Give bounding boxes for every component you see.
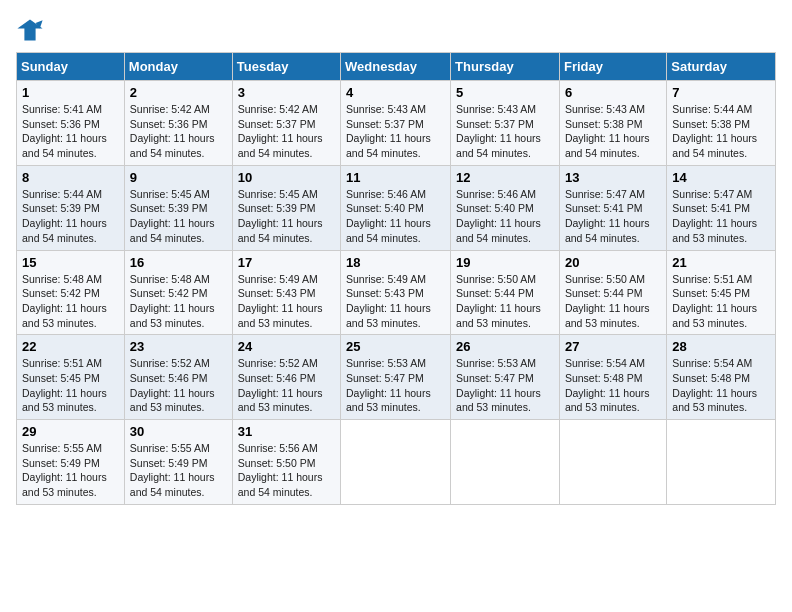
- calendar-cell: 25 Sunrise: 5:53 AM Sunset: 5:47 PM Dayl…: [341, 335, 451, 420]
- calendar-cell: 22 Sunrise: 5:51 AM Sunset: 5:45 PM Dayl…: [17, 335, 125, 420]
- day-info: Sunrise: 5:43 AM Sunset: 5:38 PM Dayligh…: [565, 102, 661, 161]
- day-number: 20: [565, 255, 661, 270]
- calendar-cell: 9 Sunrise: 5:45 AM Sunset: 5:39 PM Dayli…: [124, 165, 232, 250]
- day-number: 26: [456, 339, 554, 354]
- day-number: 14: [672, 170, 770, 185]
- day-info: Sunrise: 5:50 AM Sunset: 5:44 PM Dayligh…: [456, 272, 554, 331]
- calendar-cell: [451, 420, 560, 505]
- calendar-row-week-4: 22 Sunrise: 5:51 AM Sunset: 5:45 PM Dayl…: [17, 335, 776, 420]
- calendar-cell: 21 Sunrise: 5:51 AM Sunset: 5:45 PM Dayl…: [667, 250, 776, 335]
- day-number: 31: [238, 424, 335, 439]
- calendar-cell: 15 Sunrise: 5:48 AM Sunset: 5:42 PM Dayl…: [17, 250, 125, 335]
- calendar-row-week-1: 1 Sunrise: 5:41 AM Sunset: 5:36 PM Dayli…: [17, 81, 776, 166]
- day-info: Sunrise: 5:49 AM Sunset: 5:43 PM Dayligh…: [238, 272, 335, 331]
- calendar-cell: 3 Sunrise: 5:42 AM Sunset: 5:37 PM Dayli…: [232, 81, 340, 166]
- calendar-header-row: SundayMondayTuesdayWednesdayThursdayFrid…: [17, 53, 776, 81]
- calendar-table: SundayMondayTuesdayWednesdayThursdayFrid…: [16, 52, 776, 505]
- calendar-row-week-2: 8 Sunrise: 5:44 AM Sunset: 5:39 PM Dayli…: [17, 165, 776, 250]
- day-info: Sunrise: 5:51 AM Sunset: 5:45 PM Dayligh…: [672, 272, 770, 331]
- calendar-cell: 29 Sunrise: 5:55 AM Sunset: 5:49 PM Dayl…: [17, 420, 125, 505]
- day-info: Sunrise: 5:51 AM Sunset: 5:45 PM Dayligh…: [22, 356, 119, 415]
- day-info: Sunrise: 5:47 AM Sunset: 5:41 PM Dayligh…: [672, 187, 770, 246]
- page-header: [16, 16, 776, 44]
- day-info: Sunrise: 5:43 AM Sunset: 5:37 PM Dayligh…: [456, 102, 554, 161]
- day-info: Sunrise: 5:42 AM Sunset: 5:37 PM Dayligh…: [238, 102, 335, 161]
- day-info: Sunrise: 5:46 AM Sunset: 5:40 PM Dayligh…: [456, 187, 554, 246]
- calendar-cell: [667, 420, 776, 505]
- day-number: 24: [238, 339, 335, 354]
- day-number: 25: [346, 339, 445, 354]
- calendar-cell: 23 Sunrise: 5:52 AM Sunset: 5:46 PM Dayl…: [124, 335, 232, 420]
- day-number: 10: [238, 170, 335, 185]
- day-number: 7: [672, 85, 770, 100]
- calendar-cell: 19 Sunrise: 5:50 AM Sunset: 5:44 PM Dayl…: [451, 250, 560, 335]
- day-number: 19: [456, 255, 554, 270]
- day-number: 21: [672, 255, 770, 270]
- calendar-cell: 7 Sunrise: 5:44 AM Sunset: 5:38 PM Dayli…: [667, 81, 776, 166]
- header-saturday: Saturday: [667, 53, 776, 81]
- calendar-cell: 17 Sunrise: 5:49 AM Sunset: 5:43 PM Dayl…: [232, 250, 340, 335]
- header-thursday: Thursday: [451, 53, 560, 81]
- calendar-cell: 6 Sunrise: 5:43 AM Sunset: 5:38 PM Dayli…: [559, 81, 666, 166]
- calendar-cell: 11 Sunrise: 5:46 AM Sunset: 5:40 PM Dayl…: [341, 165, 451, 250]
- day-info: Sunrise: 5:53 AM Sunset: 5:47 PM Dayligh…: [346, 356, 445, 415]
- calendar-cell: 1 Sunrise: 5:41 AM Sunset: 5:36 PM Dayli…: [17, 81, 125, 166]
- calendar-cell: 4 Sunrise: 5:43 AM Sunset: 5:37 PM Dayli…: [341, 81, 451, 166]
- day-info: Sunrise: 5:46 AM Sunset: 5:40 PM Dayligh…: [346, 187, 445, 246]
- day-info: Sunrise: 5:52 AM Sunset: 5:46 PM Dayligh…: [238, 356, 335, 415]
- calendar-cell: 27 Sunrise: 5:54 AM Sunset: 5:48 PM Dayl…: [559, 335, 666, 420]
- day-number: 22: [22, 339, 119, 354]
- logo: [16, 16, 48, 44]
- day-info: Sunrise: 5:43 AM Sunset: 5:37 PM Dayligh…: [346, 102, 445, 161]
- calendar-cell: 28 Sunrise: 5:54 AM Sunset: 5:48 PM Dayl…: [667, 335, 776, 420]
- day-info: Sunrise: 5:45 AM Sunset: 5:39 PM Dayligh…: [130, 187, 227, 246]
- day-info: Sunrise: 5:52 AM Sunset: 5:46 PM Dayligh…: [130, 356, 227, 415]
- calendar-row-week-5: 29 Sunrise: 5:55 AM Sunset: 5:49 PM Dayl…: [17, 420, 776, 505]
- calendar-row-week-3: 15 Sunrise: 5:48 AM Sunset: 5:42 PM Dayl…: [17, 250, 776, 335]
- day-number: 9: [130, 170, 227, 185]
- calendar-cell: 13 Sunrise: 5:47 AM Sunset: 5:41 PM Dayl…: [559, 165, 666, 250]
- day-info: Sunrise: 5:55 AM Sunset: 5:49 PM Dayligh…: [22, 441, 119, 500]
- header-monday: Monday: [124, 53, 232, 81]
- day-number: 15: [22, 255, 119, 270]
- day-number: 6: [565, 85, 661, 100]
- day-number: 12: [456, 170, 554, 185]
- day-number: 18: [346, 255, 445, 270]
- day-number: 27: [565, 339, 661, 354]
- calendar-cell: 30 Sunrise: 5:55 AM Sunset: 5:49 PM Dayl…: [124, 420, 232, 505]
- day-number: 8: [22, 170, 119, 185]
- day-info: Sunrise: 5:56 AM Sunset: 5:50 PM Dayligh…: [238, 441, 335, 500]
- day-number: 30: [130, 424, 227, 439]
- header-wednesday: Wednesday: [341, 53, 451, 81]
- day-number: 17: [238, 255, 335, 270]
- day-info: Sunrise: 5:44 AM Sunset: 5:38 PM Dayligh…: [672, 102, 770, 161]
- calendar-cell: 24 Sunrise: 5:52 AM Sunset: 5:46 PM Dayl…: [232, 335, 340, 420]
- header-sunday: Sunday: [17, 53, 125, 81]
- day-number: 29: [22, 424, 119, 439]
- day-info: Sunrise: 5:48 AM Sunset: 5:42 PM Dayligh…: [130, 272, 227, 331]
- calendar-cell: 10 Sunrise: 5:45 AM Sunset: 5:39 PM Dayl…: [232, 165, 340, 250]
- day-number: 28: [672, 339, 770, 354]
- calendar-cell: [559, 420, 666, 505]
- calendar-cell: [341, 420, 451, 505]
- day-info: Sunrise: 5:50 AM Sunset: 5:44 PM Dayligh…: [565, 272, 661, 331]
- day-info: Sunrise: 5:54 AM Sunset: 5:48 PM Dayligh…: [672, 356, 770, 415]
- day-number: 13: [565, 170, 661, 185]
- day-number: 23: [130, 339, 227, 354]
- calendar-cell: 16 Sunrise: 5:48 AM Sunset: 5:42 PM Dayl…: [124, 250, 232, 335]
- header-friday: Friday: [559, 53, 666, 81]
- day-number: 2: [130, 85, 227, 100]
- day-number: 11: [346, 170, 445, 185]
- day-number: 4: [346, 85, 445, 100]
- day-info: Sunrise: 5:49 AM Sunset: 5:43 PM Dayligh…: [346, 272, 445, 331]
- day-info: Sunrise: 5:41 AM Sunset: 5:36 PM Dayligh…: [22, 102, 119, 161]
- calendar-cell: 20 Sunrise: 5:50 AM Sunset: 5:44 PM Dayl…: [559, 250, 666, 335]
- day-number: 3: [238, 85, 335, 100]
- calendar-cell: 18 Sunrise: 5:49 AM Sunset: 5:43 PM Dayl…: [341, 250, 451, 335]
- calendar-cell: 12 Sunrise: 5:46 AM Sunset: 5:40 PM Dayl…: [451, 165, 560, 250]
- day-info: Sunrise: 5:44 AM Sunset: 5:39 PM Dayligh…: [22, 187, 119, 246]
- day-number: 1: [22, 85, 119, 100]
- day-info: Sunrise: 5:55 AM Sunset: 5:49 PM Dayligh…: [130, 441, 227, 500]
- day-info: Sunrise: 5:47 AM Sunset: 5:41 PM Dayligh…: [565, 187, 661, 246]
- calendar-cell: 26 Sunrise: 5:53 AM Sunset: 5:47 PM Dayl…: [451, 335, 560, 420]
